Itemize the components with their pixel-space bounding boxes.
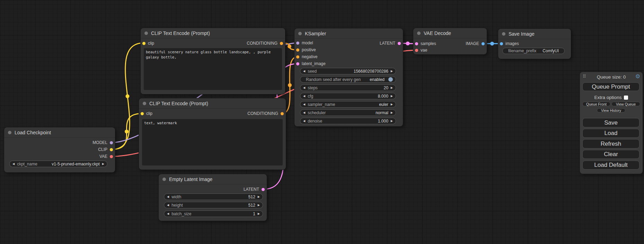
queue-prompt-button[interactable]: Queue Prompt [582, 82, 639, 91]
left-arrow-icon[interactable]: ◀ [167, 196, 169, 198]
left-arrow-icon[interactable]: ◀ [303, 111, 305, 114]
queue-panel-header: ⠿ Queue size: 0 ⚙ [580, 74, 643, 80]
left-arrow-icon[interactable]: ◀ [12, 163, 15, 165]
left-arrow-icon[interactable]: ◀ [303, 70, 305, 73]
conditioning-port-dot[interactable] [281, 112, 284, 115]
left-arrow-icon[interactable]: ◀ [167, 204, 169, 207]
latent-port-dot[interactable] [296, 62, 299, 65]
widget-steps[interactable]: ◀ steps 20 ▶ [300, 84, 396, 91]
extra-options-checkbox[interactable] [624, 96, 628, 100]
latent-port-dot[interactable] [415, 42, 418, 45]
node-clip-text-encode-positive[interactable]: CLIP Text Encode (Prompt) clip CONDITION… [141, 28, 285, 94]
node-titlebar[interactable]: Empty Latent Image [159, 174, 267, 184]
collapse-dot-icon[interactable] [144, 31, 148, 35]
collapse-dot-icon[interactable] [298, 32, 302, 35]
right-arrow-icon[interactable]: ▶ [391, 103, 393, 106]
node-titlebar[interactable]: Load Checkpoint [4, 127, 115, 138]
right-arrow-icon[interactable]: ▶ [102, 163, 104, 165]
left-arrow-icon[interactable]: ◀ [303, 87, 305, 89]
load-button[interactable]: Load [582, 129, 639, 138]
image-port-dot[interactable] [500, 42, 503, 45]
prompt-textarea[interactable]: text, watermark [142, 119, 283, 165]
toggle-knob[interactable] [388, 77, 393, 82]
node-titlebar[interactable]: KSampler [294, 28, 403, 39]
conditioning-port-dot[interactable] [296, 55, 299, 58]
latent-port-dot[interactable] [398, 42, 401, 45]
clear-button[interactable]: Clear [582, 150, 639, 159]
right-arrow-icon[interactable]: ▶ [391, 87, 393, 89]
left-arrow-icon[interactable]: ◀ [167, 213, 169, 215]
link-midpoint-dot[interactable] [406, 42, 410, 45]
widget-cfg[interactable]: ◀ cfg 8.000 ▶ [300, 93, 396, 99]
right-arrow-icon[interactable]: ▶ [391, 120, 393, 123]
model-port-dot[interactable] [110, 141, 113, 144]
node-empty-latent-image[interactable]: Empty Latent Image LATENT ◀ width 512 ▶ … [159, 174, 267, 221]
left-arrow-icon[interactable]: ◀ [303, 103, 305, 106]
node-titlebar[interactable]: CLIP Text Encode (Prompt) [141, 28, 285, 38]
link-midpoint-dot[interactable] [125, 130, 129, 134]
save-button[interactable]: Save [582, 118, 639, 127]
widget-sampler-name[interactable]: ◀ sampler_name euler ▶ [300, 101, 396, 108]
node-vae-decode[interactable]: VAE Decode samples vae IMAGE [413, 28, 487, 54]
input-images: images [500, 40, 519, 47]
left-arrow-icon[interactable]: ◀ [303, 95, 305, 98]
port-label: MODEL [92, 140, 107, 145]
widget-scheduler[interactable]: ◀ scheduler normal ▶ [300, 109, 396, 116]
drag-handle-icon[interactable]: ⠿ [583, 74, 586, 79]
load-default-button[interactable]: Load Default [582, 161, 639, 170]
latent-port-dot[interactable] [262, 188, 265, 191]
widget-label: seed [308, 69, 317, 74]
view-queue-button[interactable]: View Queue [611, 102, 640, 106]
node-titlebar[interactable]: Save Image [498, 29, 571, 39]
link-midpoint-dot[interactable] [126, 94, 130, 98]
right-arrow-icon[interactable]: ▶ [391, 95, 393, 98]
clip-port-dot[interactable] [142, 42, 145, 45]
node-titlebar[interactable]: VAE Decode [413, 28, 487, 38]
link-midpoint-dot[interactable] [490, 42, 494, 46]
output-image: IMAGE [466, 40, 485, 47]
right-arrow-icon[interactable]: ▶ [258, 204, 260, 207]
clip-port-dot[interactable] [110, 148, 113, 151]
widget-label: denoise [308, 119, 322, 124]
right-arrow-icon[interactable]: ▶ [258, 213, 260, 215]
prompt-textarea[interactable]: beautiful scenery nature glass bottle la… [144, 48, 282, 90]
view-history-button[interactable]: View History [597, 108, 625, 112]
collapse-dot-icon[interactable] [162, 178, 166, 181]
clip-port-dot[interactable] [141, 112, 144, 115]
collapse-dot-icon[interactable] [143, 102, 146, 105]
link-midpoint-dot[interactable] [288, 45, 291, 48]
refresh-button[interactable]: Refresh [582, 139, 639, 148]
settings-gear-icon[interactable]: ⚙ [635, 73, 640, 80]
widget-seed[interactable]: ◀ seed 156680208700286 ▶ [300, 68, 396, 74]
model-port-dot[interactable] [296, 42, 299, 45]
image-port-dot[interactable] [482, 42, 485, 45]
right-arrow-icon[interactable]: ▶ [391, 111, 393, 114]
link-midpoint-dot[interactable] [288, 83, 292, 87]
widget-batch-size[interactable]: ◀ batch_size 1 ▶ [164, 210, 263, 217]
collapse-dot-icon[interactable] [8, 131, 11, 134]
node-ksampler[interactable]: KSampler model positive negative latent_… [294, 28, 403, 126]
node-save-image[interactable]: Save Image images filename_prefix ComfyU… [498, 29, 571, 59]
widget-denoise[interactable]: ◀ denoise 1.000 ▶ [300, 118, 396, 124]
queue-front-button[interactable]: Queue Front [582, 102, 610, 106]
conditioning-port-dot[interactable] [280, 42, 283, 45]
widget-height[interactable]: ◀ height 512 ▶ [164, 202, 263, 208]
right-arrow-icon[interactable]: ▶ [258, 196, 260, 198]
widget-value: 1 [253, 211, 255, 216]
queue-panel[interactable]: ⠿ Queue size: 0 ⚙ Queue Prompt Extra opt… [580, 72, 643, 174]
collapse-dot-icon[interactable] [502, 32, 505, 36]
node-titlebar[interactable]: CLIP Text Encode (Prompt) [139, 98, 286, 109]
widget-width[interactable]: ◀ width 512 ▶ [164, 193, 263, 200]
widget-random-seed-toggle[interactable]: Random seed after every gen enabled [300, 76, 396, 83]
widget-ckpt-name[interactable]: ◀ ckpt_name v1-5-pruned-emaonly.ckpt ▶ [9, 161, 107, 167]
vae-port-dot[interactable] [415, 49, 418, 52]
collapse-dot-icon[interactable] [417, 31, 421, 35]
vae-port-dot[interactable] [110, 155, 113, 158]
widget-label: Random seed after every gen [306, 77, 361, 82]
right-arrow-icon[interactable]: ▶ [391, 70, 393, 73]
conditioning-port-dot[interactable] [296, 48, 299, 52]
widget-filename-prefix[interactable]: filename_prefix ComfyUI [502, 48, 565, 54]
node-clip-text-encode-negative[interactable]: CLIP Text Encode (Prompt) clip CONDITION… [139, 98, 286, 170]
node-load-checkpoint[interactable]: Load Checkpoint MODEL CLIP VAE ◀ ckpt_na… [4, 127, 115, 172]
left-arrow-icon[interactable]: ◀ [303, 120, 305, 123]
